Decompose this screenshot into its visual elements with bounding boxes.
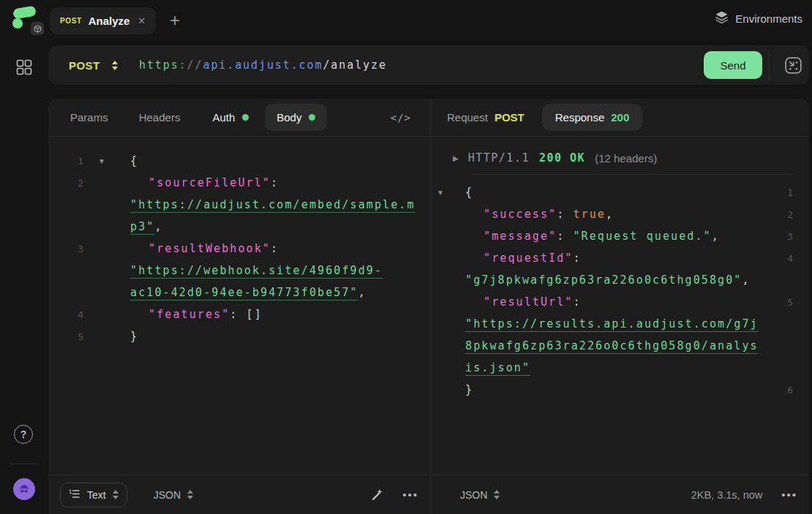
body-configured-dot <box>309 114 315 121</box>
code-token-key: "sourceFileUrl" <box>149 176 271 189</box>
code-line: "g7j8pkwafg6zp63ra226o0c6thg058g0", <box>431 269 809 291</box>
logo-shape-top <box>12 5 37 19</box>
request-pane: Params Headers Auth Body </> 1▼{2"source… <box>48 99 430 514</box>
code-text: { <box>465 186 473 199</box>
sidebar-toggle-grid-icon[interactable] <box>15 58 33 76</box>
code-token-key: "resultWebhook" <box>149 242 271 255</box>
expand-headers-icon[interactable]: ▶ <box>453 154 459 162</box>
help-button[interactable]: ? <box>14 425 33 444</box>
code-snippet-icon[interactable]: </> <box>391 112 411 124</box>
tab-params-label: Params <box>70 111 108 124</box>
code-token-punct: : <box>573 252 581 265</box>
url-input[interactable]: https://api.audjust.com/analyze <box>139 45 387 85</box>
code-token-link: p3" <box>130 220 154 233</box>
method-selector[interactable]: POST <box>48 45 131 85</box>
request-footer: Text JSON ••• <box>48 475 430 514</box>
line-number: 6 <box>787 385 809 396</box>
code-token-link: ac10-42d0-94ee-b94773f0be57" <box>130 286 358 299</box>
header: POST Analyze ✕ + Environments <box>0 0 812 42</box>
line-number: 3 <box>787 231 809 242</box>
code-token-punct: : <box>271 176 279 189</box>
url-scheme: https <box>139 58 179 72</box>
tab-auth-label: Auth <box>212 111 235 124</box>
tab-response-label: Response <box>555 111 605 124</box>
line-number: 5 <box>787 297 809 308</box>
method-updown-icon <box>112 61 118 70</box>
fold-toggle-icon[interactable]: ▼ <box>431 189 450 197</box>
line-number: 5 <box>48 331 89 342</box>
code-token-link: "https://results.api.audjust.com/g7j <box>465 317 759 330</box>
response-body-viewer[interactable]: ▼{1"success": true,2"message": "Request … <box>431 181 809 475</box>
response-format-select[interactable]: JSON <box>460 489 500 501</box>
code-text: "https://results.api.audjust.com/g7j <box>465 317 759 330</box>
code-token-link: "https://webhook.site/4960f9d9- <box>130 264 383 277</box>
code-line: "https://audjust.com/embed/sample.m <box>48 194 430 216</box>
request-body-editor[interactable]: 1▼{2"sourceFileUrl":"https://audjust.com… <box>48 137 430 475</box>
send-button[interactable]: Send <box>704 51 762 79</box>
code-text: "requestId": <box>465 252 582 265</box>
code-line: "requestId":4 <box>431 247 809 269</box>
code-line: "success": true,2 <box>431 203 809 225</box>
code-token-punct: } <box>465 383 473 396</box>
tab-method-label: POST <box>60 17 82 25</box>
code-token-key: "requestId" <box>484 252 573 265</box>
tab-response[interactable]: Response 200 <box>542 104 643 131</box>
tab-params[interactable]: Params <box>70 111 108 124</box>
code-token-key: "message" <box>484 230 557 243</box>
tab-body-label: Body <box>277 111 301 124</box>
toggle-layout-icon[interactable] <box>783 56 803 75</box>
request-tabs-bar: Params Headers Auth Body </> <box>48 99 430 137</box>
new-tab-button[interactable]: + <box>164 9 186 32</box>
more-options-icon[interactable]: ••• <box>781 488 797 501</box>
tab-headers[interactable]: Headers <box>139 111 181 124</box>
code-text: 8pkwafg6zp63ra226o0c6thg058g0/analys <box>465 339 759 352</box>
app-logo-icon <box>12 6 44 35</box>
request-format-value: JSON <box>154 489 181 501</box>
response-format-value: JSON <box>460 489 487 501</box>
code-token-str: "g7j8pkwafg6zp63ra226o0c6thg058g0" <box>465 273 742 287</box>
more-options-icon[interactable]: ••• <box>402 488 418 501</box>
code-text: "sourceFileUrl": <box>130 176 279 189</box>
tab-response-status: 200 <box>611 111 629 124</box>
environments-button[interactable]: Environments <box>715 10 802 26</box>
code-line: 2"sourceFileUrl": <box>48 172 430 194</box>
code-text: "g7j8pkwafg6zp63ra226o0c6thg058g0", <box>465 273 751 287</box>
code-line: 8pkwafg6zp63ra226o0c6thg058g0/analys <box>431 335 809 357</box>
tab-title: Analyze <box>89 15 130 27</box>
protocol-label: HTTP/1.1 <box>468 151 530 165</box>
status-divider <box>472 174 793 175</box>
status-code-label: 200 OK <box>539 151 585 165</box>
response-pane: Request POST Response 200 ▶ HTTP/1.1 200… <box>431 99 809 514</box>
code-text: } <box>465 383 473 396</box>
fold-toggle-icon[interactable]: ▼ <box>89 157 114 165</box>
code-text: p3", <box>130 220 163 233</box>
user-avatar[interactable] <box>13 478 35 500</box>
format-wand-icon[interactable] <box>370 488 385 502</box>
close-tab-icon[interactable]: ✕ <box>138 15 146 26</box>
code-token-link: is.json" <box>465 361 530 374</box>
code-token-punct: , <box>358 286 366 299</box>
request-tab[interactable]: POST Analyze ✕ <box>50 7 156 34</box>
line-number: 4 <box>48 309 89 320</box>
line-number: 2 <box>787 209 809 220</box>
line-number: 4 <box>787 253 809 264</box>
code-token-punct: : <box>271 242 279 255</box>
body-type-select[interactable]: Text <box>60 483 127 507</box>
app-window: POST Analyze ✕ + Environments ? POST htt… <box>0 0 812 514</box>
tab-auth[interactable]: Auth <box>212 111 249 124</box>
request-format-select[interactable]: JSON <box>154 489 193 501</box>
url-host: api.audjust.com <box>203 58 323 72</box>
code-line: ac10-42d0-94ee-b94773f0be57", <box>48 281 430 303</box>
tab-request[interactable]: Request POST <box>447 111 525 124</box>
url-bar: POST https://api.audjust.com/analyze Sen… <box>48 45 809 85</box>
code-text: "https://audjust.com/embed/sample.m <box>130 198 416 211</box>
code-line: 3"resultWebhook": <box>48 238 430 260</box>
response-status-line[interactable]: ▶ HTTP/1.1 200 OK (12 headers) <box>453 151 809 165</box>
tab-request-method: POST <box>495 111 525 124</box>
code-token-punct: : [] <box>230 308 263 321</box>
code-line: 4"features": [] <box>48 303 430 325</box>
code-text: "features": [] <box>130 308 263 321</box>
code-line: p3", <box>48 216 430 238</box>
tab-body[interactable]: Body <box>265 104 327 131</box>
code-token-punct: { <box>465 186 473 199</box>
